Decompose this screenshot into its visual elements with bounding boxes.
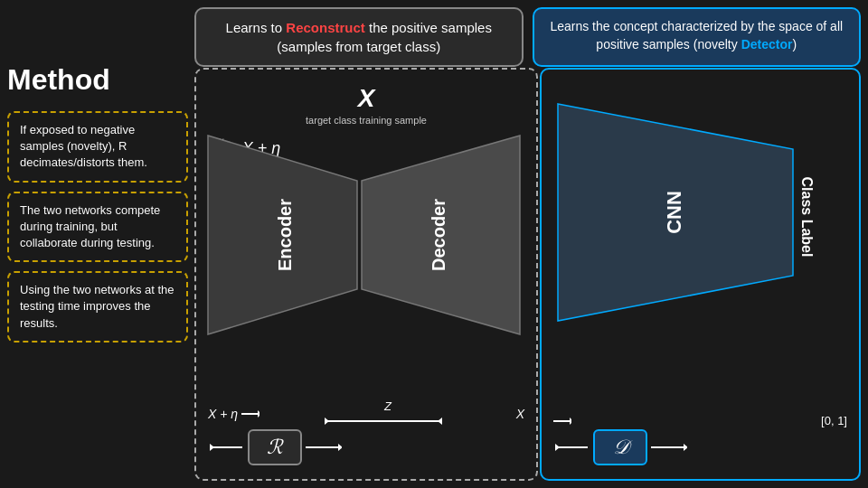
svg-marker-12	[338, 444, 342, 451]
svg-marker-7	[325, 418, 329, 425]
r-symbol: ℛ	[267, 436, 283, 459]
x-label: X	[358, 84, 375, 113]
r-left-arrow-icon	[208, 441, 244, 454]
left-sidebar: Method If exposed to negative samples (n…	[7, 63, 188, 343]
method-title: Method	[7, 63, 188, 97]
arrow-left-icon	[241, 407, 259, 421]
banner-right-highlight: Detector	[741, 37, 793, 52]
main-area: X target class training sample X̃ = X + …	[194, 68, 861, 481]
r-right-arrow-icon	[306, 441, 342, 454]
info-box-negative: If exposed to negative samples (novelty)…	[7, 111, 188, 183]
encoder-decoder-area: Encoder Decoder	[203, 127, 529, 352]
r-symbol-box: ℛ	[248, 429, 302, 465]
info-box-networks: The two networks compete during training…	[7, 192, 188, 263]
bracket-label: [0, 1]	[821, 414, 847, 427]
svg-marker-20	[684, 444, 687, 451]
svg-marker-5	[258, 410, 259, 418]
info-box-negative-text: If exposed to negative samples (novelty)…	[20, 123, 147, 169]
svg-marker-8	[438, 418, 442, 425]
network-d-inner: CNN Class Label [0, 1]	[549, 77, 852, 472]
target-class-label: target class training sample	[306, 115, 427, 126]
svg-text:Decoder: Decoder	[429, 199, 448, 271]
x-plus-eta-label: X + η	[208, 407, 238, 421]
network-r: X target class training sample X̃ = X + …	[194, 68, 538, 481]
info-box-testing-text: Using the two networks at the testing ti…	[20, 283, 175, 329]
cnn-svg: CNN	[549, 95, 802, 330]
svg-marker-16	[570, 418, 571, 425]
d-left-arrow-icon2	[553, 441, 590, 454]
class-label: Class Label	[799, 177, 816, 258]
d-right-arrow-icon	[651, 441, 687, 454]
r-box-row: ℛ	[203, 427, 529, 467]
banner-left-text-before: Learns to	[226, 20, 287, 35]
banner-right-text-before: Learns the concept characterized by the …	[550, 19, 843, 52]
d-left-arrow-icon	[553, 415, 571, 427]
top-banners: Learns to Reconstruct the positive sampl…	[194, 7, 861, 67]
info-box-testing: Using the two networks at the testing ti…	[7, 271, 188, 343]
x-label-area: X target class training sample	[203, 84, 529, 126]
svg-text:CNN: CNN	[663, 191, 685, 234]
banner-reconstruct: Learns to Reconstruct the positive sampl…	[194, 7, 524, 67]
network-d: CNN Class Label [0, 1]	[540, 68, 861, 481]
d-bottom-arrow-row: [0, 1]	[549, 414, 852, 427]
info-box-networks-text: The two networks compete during training…	[20, 203, 160, 249]
banner-left-highlight: Reconstruct	[286, 20, 365, 35]
bottom-row-r: X + η Z X	[203, 399, 529, 467]
d-symbol: 𝒟	[612, 436, 628, 459]
x-bottom-label: X	[516, 407, 524, 421]
bottom-row-d: [0, 1] 𝒟	[549, 414, 852, 467]
network-r-inner: X target class training sample X̃ = X + …	[203, 77, 529, 472]
double-arrow-svg	[325, 415, 451, 427]
bottom-arrow-row: X + η Z X	[203, 399, 529, 427]
z-label: Z	[384, 399, 392, 413]
d-box-row: 𝒟	[549, 427, 852, 467]
d-symbol-box: 𝒟	[593, 429, 647, 465]
banner-detector: Learns the concept characterized by the …	[533, 7, 862, 67]
svg-marker-18	[555, 444, 560, 451]
encoder-decoder-svg: Encoder Decoder	[203, 127, 529, 343]
svg-marker-10	[210, 444, 214, 451]
banner-right-text-after: )	[792, 37, 797, 52]
cnn-area: CNN Class Label	[549, 95, 816, 339]
svg-text:Encoder: Encoder	[275, 199, 295, 271]
